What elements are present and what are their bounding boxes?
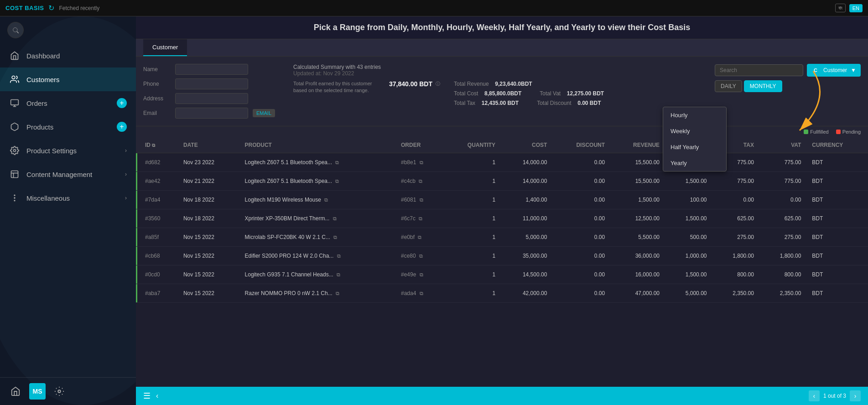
cell-tax: 1,800.00 <box>712 247 759 265</box>
external-link-icon[interactable]: ⧉ <box>333 234 337 240</box>
table-row: #aba7 Nov 15 2022 Razer NOMMO PRO 0 nW 2… <box>136 284 868 303</box>
external-link-icon[interactable]: ⧉ <box>335 160 339 165</box>
external-link-icon[interactable]: ⧉ <box>324 197 328 202</box>
cell-profit: 1,500.00 <box>665 209 712 228</box>
external-link-icon[interactable]: ⧉ <box>337 272 340 277</box>
table-row: #d682 Nov 23 2022 Logitech Z607 5.1 Blue… <box>136 153 868 172</box>
info-icon[interactable]: ⓘ <box>436 81 440 87</box>
col-indicator <box>136 137 140 153</box>
next-page-button[interactable]: › <box>850 390 861 401</box>
customer-tab[interactable]: Customer <box>143 39 187 56</box>
table-row: #a85f Nov 15 2022 Microlab SP-FC20BK 40 … <box>136 228 868 247</box>
order-link-icon[interactable]: ⧉ <box>420 160 423 165</box>
sidebar-label-products: Products <box>26 123 110 131</box>
cell-vat: 625.00 <box>759 209 806 228</box>
cell-revenue: 16,000.00 <box>610 265 665 284</box>
cell-cost: 11,000.00 <box>501 209 552 228</box>
col-qty[interactable]: QUANTITY <box>444 137 501 153</box>
svg-rect-3 <box>11 100 19 105</box>
cell-vat: 1,800.00 <box>759 247 806 265</box>
cell-currency: BDT <box>806 228 868 247</box>
order-link-icon[interactable]: ⧉ <box>420 197 423 202</box>
ms-logo[interactable]: MS <box>29 383 46 400</box>
hourly-option[interactable]: Hourly <box>663 107 726 123</box>
sidebar-item-customers[interactable]: Customers <box>0 68 136 91</box>
cell-profit: 1,500.00 <box>665 172 712 191</box>
cell-product: Logitech Z607 5.1 Bluetooth Spea... ⧉ <box>239 172 395 191</box>
col-order[interactable]: ORDER <box>395 137 444 153</box>
search-button[interactable] <box>7 22 24 38</box>
home-bottom-icon[interactable] <box>7 383 24 400</box>
legend-bar: Fullfilled Pending <box>136 126 868 137</box>
table-row: #0cd0 Nov 15 2022 Logitech G935 7.1 Chan… <box>136 265 868 284</box>
lang-bd-btn[interactable]: বাং <box>835 4 846 12</box>
phone-input[interactable] <box>175 78 248 89</box>
settings-bottom-icon[interactable] <box>51 383 68 400</box>
cell-id: #ae42 <box>140 172 178 191</box>
external-link-icon[interactable]: ⧉ <box>337 253 341 259</box>
prev-page-button[interactable]: ‹ <box>809 390 820 401</box>
hamburger-icon[interactable]: ☰ <box>143 391 151 401</box>
monthly-btn[interactable]: MONTHLY <box>744 80 782 92</box>
cell-revenue: 36,000.00 <box>610 247 665 265</box>
col-product[interactable]: PRODUCT <box>239 137 395 153</box>
external-link-icon[interactable]: ⧉ <box>335 178 339 184</box>
svg-point-6 <box>14 150 16 152</box>
cell-discount: 0.00 <box>552 228 610 247</box>
col-vat[interactable]: VAT <box>759 137 806 153</box>
col-cost[interactable]: COST <box>501 137 552 153</box>
vat-stat: Total Vat 12,275.00 BDT <box>540 90 604 97</box>
sidebar-item-orders[interactable]: Orders + <box>0 91 136 115</box>
fulfilled-legend: Fullfilled <box>804 129 828 135</box>
external-link-icon[interactable]: ⧉ <box>336 291 339 296</box>
address-input[interactable] <box>175 93 248 104</box>
cell-date: Nov 15 2022 <box>178 265 239 284</box>
sidebar-item-miscellaneous[interactable]: Miscellaneous › <box>0 186 136 210</box>
cell-product: Microlab SP-FC20BK 40 W 2.1 C... ⧉ <box>239 228 395 247</box>
col-currency[interactable]: CURRENCY <box>806 137 868 153</box>
back-button[interactable]: ‹ <box>156 392 158 400</box>
col-date[interactable]: DATE <box>178 137 239 153</box>
sidebar-item-products[interactable]: Products + <box>0 115 136 139</box>
phone-row: Phone <box>143 78 275 89</box>
order-link-icon[interactable]: ⧉ <box>418 234 421 240</box>
top-bar: COST BASIS ↻ Fetched recently বাং EN <box>0 0 868 16</box>
revenue-stat: Total Revenue 9,23,640.0BDT <box>454 80 532 87</box>
yearly-option[interactable]: Yearly <box>663 155 726 171</box>
order-link-icon[interactable]: ⧉ <box>419 253 423 259</box>
external-link-icon[interactable]: ⧉ <box>333 216 337 221</box>
half-yearly-option[interactable]: Half Yearly <box>663 139 726 155</box>
table-row: #7da4 Nov 18 2022 Logitech M190 Wireless… <box>136 191 868 209</box>
sidebar-item-product-settings[interactable]: Product Settings › <box>0 139 136 162</box>
col-discount[interactable]: DISCOUNT <box>552 137 610 153</box>
sidebar-item-dashboard[interactable]: Dashboard <box>0 44 136 68</box>
order-link-icon[interactable]: ⧉ <box>419 216 422 221</box>
col-revenue[interactable]: REVENUE <box>610 137 665 153</box>
name-input[interactable] <box>175 64 248 75</box>
cell-order: #b8e1 ⧉ <box>395 153 444 172</box>
lang-switcher: বাং EN <box>835 4 863 12</box>
lang-en-btn[interactable]: EN <box>849 4 863 12</box>
email-label: Email <box>143 110 171 116</box>
order-link-icon[interactable]: ⧉ <box>420 291 423 296</box>
name-row: Name <box>143 64 275 75</box>
refresh-icon[interactable]: ↻ <box>48 4 54 12</box>
orders-add-button[interactable]: + <box>117 98 127 108</box>
col-id[interactable]: ID ⧉ <box>140 137 178 153</box>
dropdown-chevron: ▼ <box>851 67 856 73</box>
email-input[interactable] <box>175 108 248 119</box>
cell-product: Edifier S2000 PRO 124 W 2.0 Cha... ⧉ <box>239 247 395 265</box>
search-input[interactable] <box>715 64 803 76</box>
customer-dropdown[interactable]: C Customer ▼ <box>807 64 861 77</box>
cell-product: Logitech M190 Wireless Mouse ⧉ <box>239 191 395 209</box>
order-link-icon[interactable]: ⧉ <box>420 272 423 277</box>
sidebar-item-content-management[interactable]: Content Management › <box>0 162 136 186</box>
range-dropdown-overlay: Hourly Weekly Half Yearly Yearly <box>663 107 727 171</box>
order-link-icon[interactable]: ⧉ <box>419 178 422 184</box>
email-button[interactable]: EMAIL <box>253 109 275 117</box>
cell-product: Logitech G935 7.1 Channel Heads... ⧉ <box>239 265 395 284</box>
products-add-button[interactable]: + <box>117 122 127 132</box>
daily-btn[interactable]: DAILY <box>715 80 742 92</box>
svg-point-0 <box>13 28 17 32</box>
weekly-option[interactable]: Weekly <box>663 123 726 139</box>
